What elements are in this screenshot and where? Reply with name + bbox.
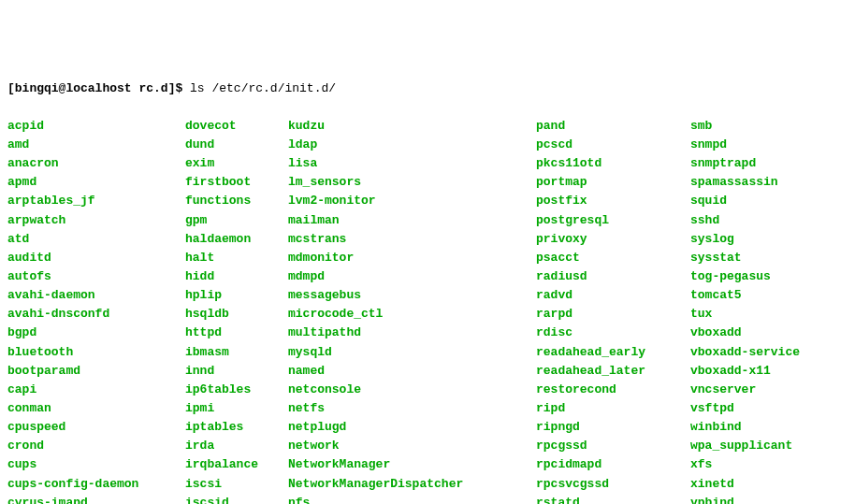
file-entry: arpwatch (7, 211, 185, 230)
listing-column-5: smbsnmpdsnmptrapdspamassassinsquidsshdsy… (690, 117, 815, 504)
file-entry: cyrus-imapd (7, 494, 185, 504)
file-entry: lisa (288, 154, 536, 173)
file-entry: squid (690, 192, 815, 210)
file-entry: firstboot (185, 173, 288, 192)
file-entry: rpcidmapd (536, 455, 690, 474)
file-entry: exim (185, 154, 288, 173)
file-entry: ipmi (185, 399, 288, 418)
file-entry: iscsi (185, 475, 288, 494)
file-entry: halt (185, 249, 288, 267)
file-entry: postgresql (536, 211, 690, 230)
file-entry: avahi-daemon (7, 286, 185, 305)
file-entry: microcode_ctl (288, 305, 536, 324)
file-entry: iptables (185, 418, 288, 437)
listing-column-3: kudzuldaplisalm_sensorslvm2-monitormailm… (288, 117, 536, 504)
file-entry: rarpd (536, 305, 690, 324)
file-entry: named (288, 362, 536, 381)
file-entry: dund (185, 136, 288, 154)
file-entry: bluetooth (7, 343, 185, 362)
file-entry: tomcat5 (690, 286, 815, 305)
file-entry: mcstrans (288, 230, 536, 249)
file-entry: NetworkManager (288, 455, 536, 474)
file-entry: vboxadd-x11 (690, 362, 815, 381)
file-entry: psacct (536, 249, 690, 267)
file-entry: rstatd (536, 494, 690, 504)
file-entry: multipathd (288, 324, 536, 342)
file-entry: netplugd (288, 418, 536, 437)
file-entry: netfs (288, 399, 536, 418)
file-entry: snmpd (690, 136, 815, 154)
file-entry: dovecot (185, 117, 288, 136)
listing-column-2: dovecotdundeximfirstbootfunctionsgpmhald… (185, 117, 288, 504)
file-entry: radiusd (536, 267, 690, 286)
file-entry: messagebus (288, 286, 536, 305)
file-entry: mailman (288, 211, 536, 230)
file-entry: hidd (185, 267, 288, 286)
file-entry: readahead_early (536, 343, 690, 362)
file-entry: ripd (536, 399, 690, 418)
file-entry: rdisc (536, 324, 690, 342)
file-entry: pkcs11otd (536, 154, 690, 173)
file-entry: innd (185, 362, 288, 381)
file-entry: network (288, 437, 536, 455)
file-entry: functions (185, 192, 288, 210)
file-entry: bgpd (7, 324, 185, 342)
file-entry: autofs (7, 267, 185, 286)
file-entry: smb (690, 117, 815, 136)
file-entry: radvd (536, 286, 690, 305)
file-entry: ripngd (536, 418, 690, 437)
file-entry: httpd (185, 324, 288, 342)
file-entry: portmap (536, 173, 690, 192)
file-entry: ldap (288, 136, 536, 154)
terminal-output: [bingqi@localhost rc.d]$ ls /etc/rc.d/in… (7, 79, 848, 98)
file-entry: postfix (536, 192, 690, 210)
file-entry: ypbind (690, 494, 815, 504)
file-entry: cups-config-daemon (7, 475, 185, 494)
command-line: ls /etc/rc.d/init.d/ (190, 81, 336, 95)
file-entry: avahi-dnsconfd (7, 305, 185, 324)
listing-column-4: pandpcscdpkcs11otdportmappostfixpostgres… (536, 117, 690, 504)
file-entry: vboxadd (690, 324, 815, 342)
file-entry: acpid (7, 117, 185, 136)
file-entry: apmd (7, 173, 185, 192)
file-entry: vsftpd (690, 399, 815, 418)
file-entry: vboxadd-service (690, 343, 815, 362)
file-entry: lvm2-monitor (288, 192, 536, 210)
file-entry: pand (536, 117, 690, 136)
file-entry: winbind (690, 418, 815, 437)
file-entry: arptables_jf (7, 192, 185, 210)
file-entry: amd (7, 136, 185, 154)
file-entry: mdmpd (288, 267, 536, 286)
file-entry: pcscd (536, 136, 690, 154)
file-entry: mysqld (288, 343, 536, 362)
file-entry: auditd (7, 249, 185, 267)
file-entry: cups (7, 455, 185, 474)
file-entry: iscsid (185, 494, 288, 504)
file-entry: cpuspeed (7, 418, 185, 437)
file-entry: ip6tables (185, 381, 288, 399)
file-entry: privoxy (536, 230, 690, 249)
file-entry: sysstat (690, 249, 815, 267)
file-entry: anacron (7, 154, 185, 173)
ls-listing: acpidamdanacronapmdarptables_jfarpwatcha… (7, 117, 848, 504)
file-entry: atd (7, 230, 185, 249)
file-entry: NetworkManagerDispatcher (288, 475, 536, 494)
file-entry: wpa_supplicant (690, 437, 815, 455)
listing-column-1: acpidamdanacronapmdarptables_jfarpwatcha… (7, 117, 185, 504)
file-entry: irda (185, 437, 288, 455)
file-entry: vncserver (690, 381, 815, 399)
file-entry: crond (7, 437, 185, 455)
file-entry: restorecond (536, 381, 690, 399)
file-entry: ibmasm (185, 343, 288, 362)
file-entry: rpcsvcgssd (536, 475, 690, 494)
file-entry: mdmonitor (288, 249, 536, 267)
shell-prompt: [bingqi@localhost rc.d]$ (7, 81, 190, 95)
file-entry: hsqldb (185, 305, 288, 324)
file-entry: lm_sensors (288, 173, 536, 192)
file-entry: kudzu (288, 117, 536, 136)
file-entry: nfs (288, 494, 536, 504)
file-entry: spamassassin (690, 173, 815, 192)
file-entry: haldaemon (185, 230, 288, 249)
file-entry: xfs (690, 455, 815, 474)
file-entry: syslog (690, 230, 815, 249)
